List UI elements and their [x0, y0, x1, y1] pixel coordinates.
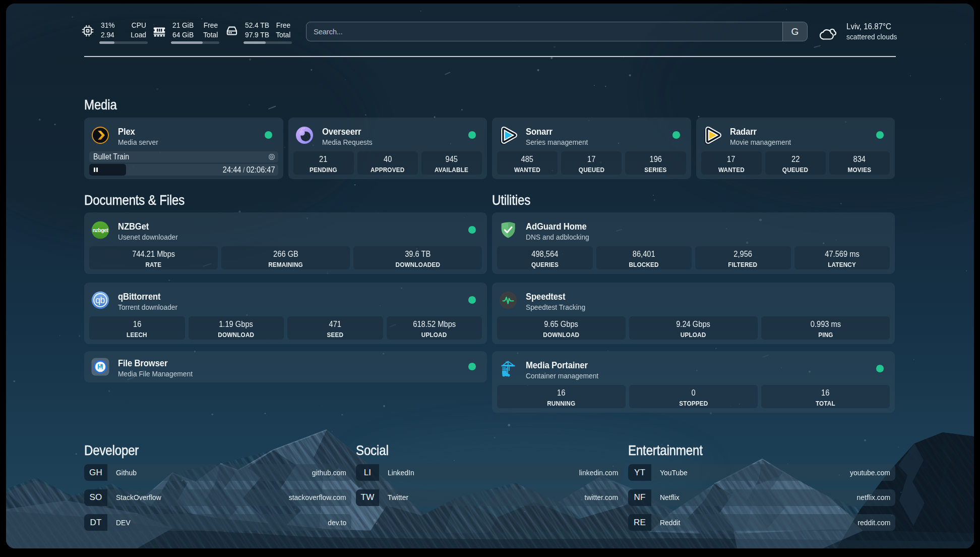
card-speedtest[interactable]: Speedtest Speedtest Tracking 9.65 GbpsDO…	[492, 283, 895, 344]
bookmark-reddit[interactable]: RE Reddit reddit.com	[628, 514, 895, 531]
stat-available: 945AVAILABLE	[421, 151, 482, 175]
card-title: Overseerr	[322, 126, 372, 137]
disk-free: 52.4 TB	[245, 20, 269, 30]
bookmark-url: dev.to	[328, 518, 351, 527]
stat-label: WANTED	[718, 166, 745, 174]
weather-condition: scattered clouds	[846, 32, 897, 41]
card-header: Radarr Movie management	[703, 126, 884, 147]
stat-value: 21	[319, 154, 327, 164]
card-filebrowser[interactable]: File Browser Media File Management	[84, 351, 487, 382]
search-input[interactable]	[307, 27, 782, 36]
resource-info: 31% 2.94 CPU Load	[99, 20, 148, 44]
weather-widget[interactable]: Lviv, 16.87°C scattered clouds	[820, 22, 903, 43]
bookmark-name: LinkedIn	[388, 468, 414, 477]
stat-value: 47.569 ms	[825, 249, 860, 259]
radarr-icon	[703, 126, 721, 144]
bookmark-twitter[interactable]: TW Twitter twitter.com	[356, 489, 623, 506]
card-subtitle: Torrent downloader	[118, 303, 177, 312]
stat-label: LEECH	[127, 331, 147, 339]
card-header: Media Portainer Container management	[499, 360, 884, 380]
stat-label: WANTED	[514, 166, 540, 174]
card-plex[interactable]: Plex Media server Bullet Train 24:44/02:…	[84, 118, 283, 179]
plex-now-playing-row[interactable]: Bullet Train	[89, 151, 278, 162]
bookmark-url: youtube.com	[850, 468, 895, 477]
plex-progress-row: 24:44/02:06:47	[89, 164, 278, 176]
stat-label: UPLOAD	[421, 331, 447, 339]
stat-latency: 47.569 msLATENCY	[794, 246, 890, 269]
card-title: qBittorrent	[118, 291, 177, 302]
status-dot	[468, 131, 476, 139]
card-text: Media Portainer Container management	[526, 360, 607, 380]
stat-value: 39.6 TB	[405, 249, 431, 259]
stat-value: 9.24 Gbps	[677, 319, 711, 329]
disk-usage-bar-fill	[243, 41, 266, 44]
cpu-usage-bar-fill	[99, 41, 114, 44]
cpu-percent: 31%	[101, 20, 115, 30]
stat-value: 471	[329, 319, 341, 329]
stat-value: 16	[133, 319, 141, 329]
card-stats-row: 485WANTED 17QUEUED 196SERIES	[497, 151, 686, 175]
stat-value: 618.52 Mbps	[413, 319, 456, 329]
search-provider-button[interactable]: G	[782, 22, 807, 41]
stat-pending: 21PENDING	[293, 151, 354, 175]
card-adguard[interactable]: AdGuard Home DNS and adblocking 498,564Q…	[492, 212, 895, 274]
bookmark-linkedin[interactable]: LI LinkedIn linkedin.com	[356, 464, 623, 481]
stat-wanted: 485WANTED	[497, 151, 558, 175]
memory-usage-bar	[171, 41, 219, 44]
section-title-documents: Documents & Files	[84, 192, 185, 208]
cpu-load: 2.94	[101, 30, 115, 39]
card-subtitle: DNS and adblocking	[526, 233, 589, 242]
now-playing-title: Bullet Train	[89, 152, 249, 161]
memory-free: 21 GiB	[172, 20, 194, 30]
stat-total: 16TOTAL	[761, 385, 890, 408]
stat-label: REMAINING	[268, 261, 303, 269]
card-subtitle: Usenet downloader	[118, 233, 178, 242]
card-stats-row: 21PENDING 40APPROVED 945AVAILABLE	[293, 151, 482, 175]
stat-label: PENDING	[310, 166, 337, 174]
stat-seed: 471SEED	[287, 316, 383, 340]
stat-label: STOPPED	[679, 400, 708, 408]
disk-usage-bar	[243, 41, 292, 44]
adguard-icon	[499, 221, 517, 239]
resource-rows: 21 GiB 64 GiB Free Total	[171, 20, 219, 39]
memory-widget: 21 GiB 64 GiB Free Total	[153, 20, 219, 44]
card-text: Sonarr Series management	[526, 126, 596, 147]
pause-icon[interactable]	[94, 168, 98, 172]
stat-label: RUNNING	[547, 400, 575, 408]
card-nzbget[interactable]: nzbget NZBGet Usenet downloader 744.21 M…	[84, 212, 487, 274]
stat-value: 9.65 Gbps	[544, 319, 579, 329]
card-subtitle: Speedtest Tracking	[526, 303, 585, 312]
stat-value: 16	[557, 387, 565, 398]
card-qbittorrent[interactable]: qb qBittorrent Torrent downloader 16LEEC…	[84, 283, 487, 344]
card-title: Speedtest	[526, 291, 585, 302]
filebrowser-icon	[91, 358, 109, 376]
card-radarr[interactable]: Radarr Movie management 17WANTED 22QUEUE…	[696, 118, 895, 179]
bookmark-youtube[interactable]: YT YouTube youtube.com	[628, 464, 895, 481]
stat-label: PING	[818, 331, 833, 339]
card-title: NZBGet	[118, 221, 177, 232]
bookmark-stackoverflow[interactable]: SO StackOverflow stackoverflow.com	[84, 489, 351, 506]
stat-value: 17	[587, 154, 595, 164]
card-portainer[interactable]: Media Portainer Container management 16R…	[492, 351, 895, 413]
stat-label: DOWNLOADED	[395, 261, 440, 269]
bookmark-url: reddit.com	[858, 518, 895, 527]
bookmark-dev[interactable]: DT DEV dev.to	[84, 514, 351, 531]
card-overseerr[interactable]: Overseerr Media Requests 21PENDING 40APP…	[288, 118, 487, 179]
card-text: Overseerr Media Requests	[322, 126, 379, 147]
bookmark-github[interactable]: GH Github github.com	[84, 464, 351, 481]
cpu-usage-bar	[99, 41, 148, 44]
card-text: NZBGet Usenet downloader	[118, 221, 186, 242]
card-subtitle: Media Requests	[322, 138, 373, 147]
status-dot	[468, 296, 476, 304]
card-sonarr[interactable]: Sonarr Series management 485WANTED 17QUE…	[492, 118, 691, 179]
bookmark-netflix[interactable]: NF Netflix netflix.com	[628, 489, 895, 506]
stat-ping: 0.993 msPING	[761, 316, 890, 340]
card-stats-row: 9.65 GbpsDOWNLOAD 9.24 GbpsUPLOAD 0.993 …	[497, 316, 890, 340]
stat-label: APPROVED	[371, 166, 404, 174]
card-text: qBittorrent Torrent downloader	[118, 291, 185, 312]
section-title-entertainment: Entertainment	[628, 442, 703, 459]
bookmark-abbr: LI	[356, 464, 379, 481]
overseerr-icon	[295, 126, 314, 144]
stat-value: 17	[727, 154, 735, 164]
stat-value: 744.21 Mbps	[132, 249, 175, 259]
